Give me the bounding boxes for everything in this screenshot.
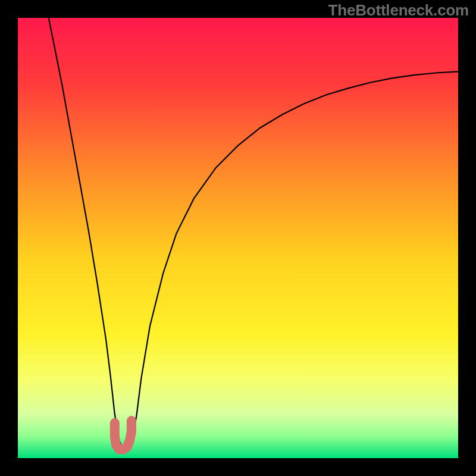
chart-frame: TheBottleneck.com (0, 0, 476, 476)
chart-svg (18, 18, 458, 458)
gradient-rect (18, 18, 458, 458)
plot-area (18, 18, 458, 458)
watermark-label: TheBottleneck.com (328, 1, 469, 20)
